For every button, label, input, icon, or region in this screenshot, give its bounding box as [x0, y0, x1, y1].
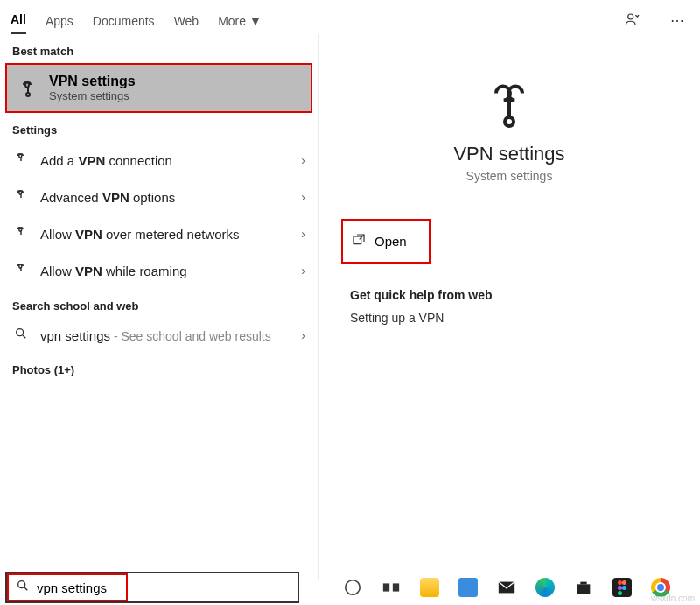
search-icon: [12, 327, 30, 344]
tab-documents[interactable]: Documents: [93, 9, 155, 33]
edge-icon[interactable]: [536, 578, 555, 597]
section-photos: Photos (1+): [0, 353, 318, 382]
vpn-icon: [483, 78, 536, 134]
watermark: wsxdn.com: [651, 594, 695, 603]
chevron-right-icon: ›: [301, 153, 305, 167]
tab-more-label: More: [218, 14, 246, 28]
search-icon: [16, 579, 30, 596]
preview-title: VPN settings: [453, 143, 564, 165]
chevron-right-icon: ›: [301, 190, 305, 204]
search-input[interactable]: [37, 580, 203, 595]
chevron-down-icon: ▼: [249, 14, 262, 28]
settings-item-vpn-roaming[interactable]: Allow VPN while roaming ›: [0, 252, 318, 289]
vpn-icon: [12, 224, 30, 243]
result-label: Allow VPN over metered networks: [40, 227, 240, 242]
app-icon[interactable]: [458, 578, 478, 597]
result-label: Allow VPN while roaming: [40, 264, 187, 278]
store-icon[interactable]: [574, 578, 593, 597]
section-search-web: Search school and web: [0, 289, 318, 318]
section-best-match: Best match: [0, 34, 318, 63]
file-explorer-icon[interactable]: [420, 578, 439, 597]
more-options-icon[interactable]: ⋯: [665, 9, 690, 32]
settings-item-add-vpn[interactable]: Add a VPN connection ›: [0, 142, 318, 179]
cortana-icon[interactable]: [343, 578, 362, 597]
web-search-item[interactable]: vpn settings - See school and web result…: [0, 318, 318, 353]
vpn-icon: [12, 261, 30, 280]
open-icon: [352, 233, 366, 250]
chevron-right-icon: ›: [301, 264, 305, 278]
tab-more[interactable]: More ▼: [218, 9, 262, 33]
svg-rect-3: [354, 236, 361, 244]
best-match-title: VPN settings: [49, 74, 136, 89]
open-button[interactable]: Open: [341, 219, 430, 264]
task-view-icon[interactable]: [382, 578, 401, 597]
chevron-right-icon: ›: [301, 328, 305, 342]
section-settings: Settings: [0, 113, 318, 142]
svg-point-0: [628, 14, 634, 19]
vpn-icon: [18, 78, 38, 99]
tab-web[interactable]: Web: [174, 9, 200, 33]
svg-rect-7: [393, 583, 399, 591]
help-item-setting-up-vpn[interactable]: Setting up a VPN: [350, 311, 682, 325]
best-match-subtitle: System settings: [49, 89, 136, 102]
settings-item-vpn-metered[interactable]: Allow VPN over metered networks ›: [0, 215, 318, 252]
svg-point-5: [346, 580, 360, 595]
vpn-icon: [12, 151, 30, 170]
svg-point-2: [17, 329, 24, 336]
feedback-icon[interactable]: [620, 8, 646, 34]
help-header: Get quick help from web: [350, 288, 682, 302]
tab-apps[interactable]: Apps: [46, 9, 74, 33]
vpn-icon: [12, 187, 30, 207]
result-label: Add a VPN connection: [40, 153, 172, 168]
settings-item-advanced-vpn[interactable]: Advanced VPN options ›: [0, 179, 318, 215]
preview-subtitle: System settings: [466, 169, 553, 183]
tab-all[interactable]: All: [10, 7, 26, 34]
chevron-right-icon: ›: [301, 227, 305, 241]
svg-rect-6: [383, 583, 389, 591]
open-label: Open: [374, 234, 407, 249]
result-label: vpn settings - See school and web result…: [40, 328, 271, 343]
taskbar-search-box[interactable]: [5, 572, 299, 603]
svg-point-4: [18, 581, 25, 588]
mail-icon[interactable]: [497, 578, 516, 597]
svg-point-1: [26, 93, 30, 96]
result-label: Advanced VPN options: [40, 190, 175, 205]
best-match-result[interactable]: VPN settings System settings: [5, 63, 312, 113]
figma-icon[interactable]: [612, 578, 632, 597]
